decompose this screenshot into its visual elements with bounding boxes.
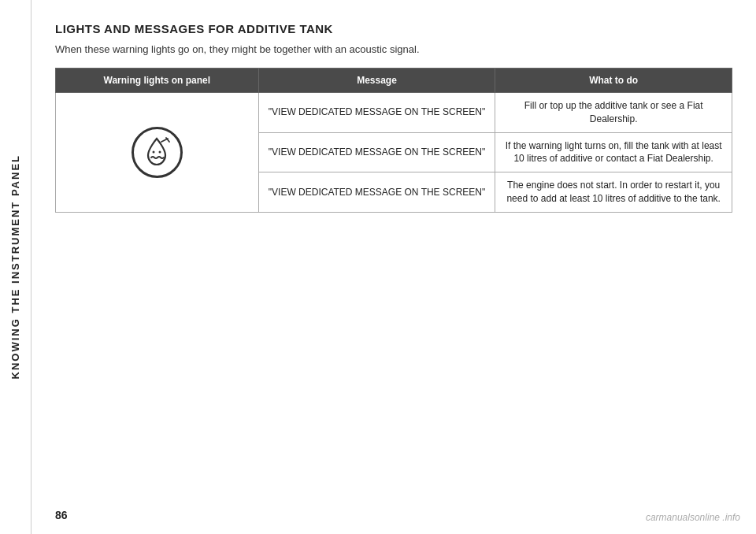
svg-point-1 xyxy=(159,151,161,154)
page-wrapper: KNOWING THE INSTRUMENT PANEL LIGHTS AND … xyxy=(0,0,756,534)
sidebar: KNOWING THE INSTRUMENT PANEL xyxy=(0,0,32,534)
sidebar-label: KNOWING THE INSTRUMENT PANEL xyxy=(9,154,21,379)
watermark: carmanualsonline .info xyxy=(646,512,740,523)
header-warning: Warning lights on panel xyxy=(56,69,259,93)
action-cell-2: If the warning light turns on, fill the … xyxy=(495,132,732,172)
table-row: "VIEW DEDICATED MESSAGE ON THE SCREEN" F… xyxy=(56,93,732,133)
svg-point-0 xyxy=(153,151,155,154)
header-action: What to do xyxy=(495,69,732,93)
message-cell-2: "VIEW DEDICATED MESSAGE ON THE SCREEN" xyxy=(258,132,495,172)
info-table: Warning lights on panel Message What to … xyxy=(55,68,732,213)
message-cell-3: "VIEW DEDICATED MESSAGE ON THE SCREEN" xyxy=(258,172,495,213)
subtitle: When these warning lights go on, they mi… xyxy=(55,43,732,55)
warning-icon-circle xyxy=(132,127,183,178)
action-cell-3: The engine does not start. In order to r… xyxy=(495,172,732,213)
icon-cell xyxy=(56,93,259,213)
table-header-row: Warning lights on panel Message What to … xyxy=(56,69,732,93)
main-content: LIGHTS AND MESSAGES FOR ADDITIVE TANK Wh… xyxy=(32,0,756,534)
page-title: LIGHTS AND MESSAGES FOR ADDITIVE TANK xyxy=(55,22,732,35)
header-message: Message xyxy=(258,69,495,93)
additive-warning-icon xyxy=(139,134,175,170)
page-number: 86 xyxy=(55,509,68,521)
message-cell-1: "VIEW DEDICATED MESSAGE ON THE SCREEN" xyxy=(258,93,495,133)
warning-icon-container xyxy=(65,127,249,178)
action-cell-1: Fill or top up the additive tank or see … xyxy=(495,93,732,133)
